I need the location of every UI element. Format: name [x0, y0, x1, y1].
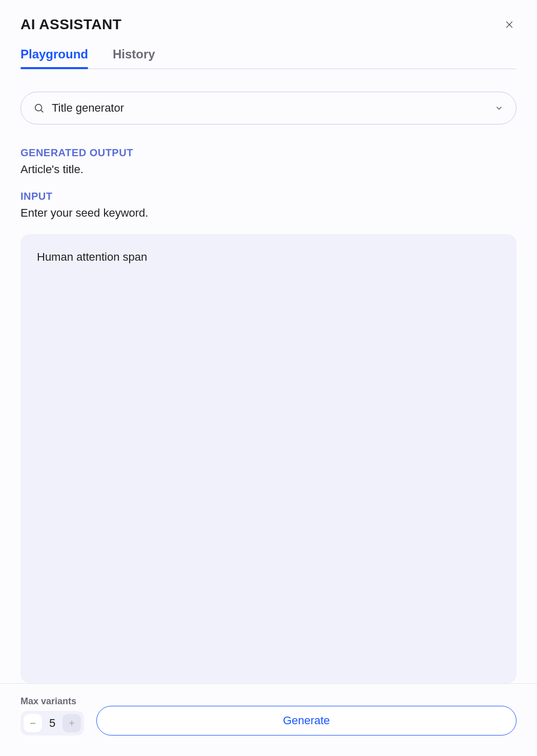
seed-input[interactable] [20, 234, 517, 683]
output-description: Article's title. [20, 163, 517, 176]
variants-stepper: − 5 + [20, 711, 84, 736]
variants-group: Max variants − 5 + [20, 696, 84, 736]
search-icon [33, 102, 45, 114]
close-icon [504, 19, 514, 30]
chevron-down-icon [494, 103, 504, 113]
svg-line-3 [41, 110, 43, 112]
input-description: Enter your seed keyword. [20, 206, 517, 220]
minus-icon: − [30, 718, 36, 729]
panel-title: AI ASSISTANT [20, 16, 121, 33]
header: AI ASSISTANT [20, 16, 517, 33]
close-button[interactable] [502, 17, 517, 32]
output-label: GENERATED OUTPUT [20, 147, 517, 159]
variants-label: Max variants [20, 696, 84, 707]
generate-button[interactable]: Generate [96, 706, 517, 736]
template-selector-value: Title generator [52, 101, 487, 115]
tab-playground[interactable]: Playground [20, 47, 88, 69]
svg-point-2 [35, 104, 42, 111]
template-selector[interactable]: Title generator [20, 92, 517, 124]
footer: Max variants − 5 + Generate [0, 683, 537, 756]
tab-history[interactable]: History [113, 47, 155, 69]
variants-increment-button[interactable]: + [63, 714, 81, 732]
tabs: Playground History [20, 47, 517, 69]
variants-decrement-button[interactable]: − [24, 714, 42, 732]
plus-icon: + [69, 718, 75, 729]
variants-value: 5 [47, 717, 57, 730]
input-label: INPUT [20, 191, 517, 202]
